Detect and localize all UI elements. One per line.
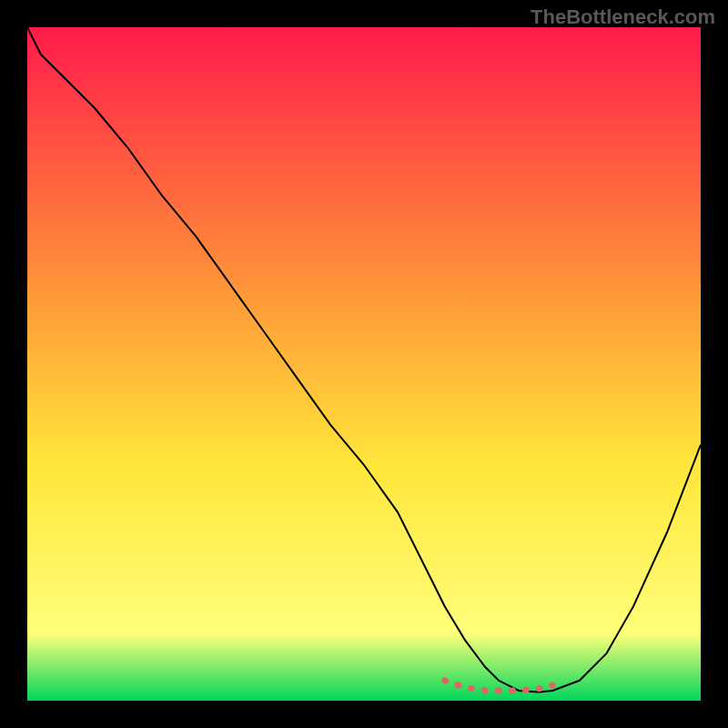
chart-plot-area: [27, 27, 701, 701]
watermark-label: TheBottleneck.com: [531, 5, 715, 29]
chart-svg: [27, 27, 701, 701]
chart-background: [27, 27, 701, 701]
